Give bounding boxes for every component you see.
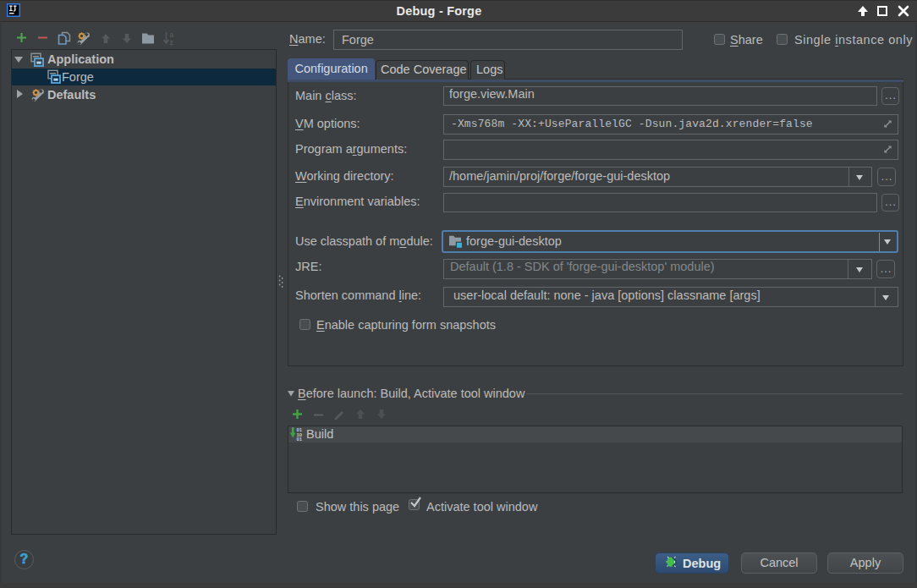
svg-text:z: z xyxy=(170,38,173,46)
svg-text:01: 01 xyxy=(297,437,303,441)
